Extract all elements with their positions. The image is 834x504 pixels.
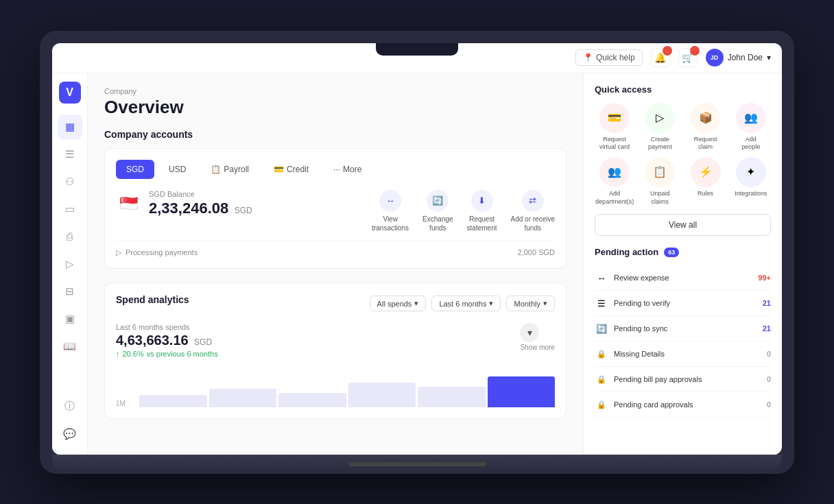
credit-tab-label: Credit [287, 165, 309, 174]
qa-add-people[interactable]: 👥 Addpeople [731, 103, 771, 152]
user-avatar: JD [706, 49, 724, 67]
sidebar-item-video[interactable]: ▣ [58, 307, 82, 331]
sidebar-item-play[interactable]: ▷ [58, 252, 82, 276]
tab-payroll[interactable]: 📋 Payroll [200, 160, 259, 179]
balance-left: 🇸🇬 SGD Balance 2,33,246.08 SGD [116, 190, 252, 217]
chart-bars [139, 366, 555, 407]
add-receive-funds-label: Add or receivefunds [511, 215, 555, 232]
last-6-months-label: Last 6 months [439, 300, 486, 308]
sidebar-item-list[interactable]: ☰ [58, 142, 82, 167]
accounts-card: SGD USD 📋 Payroll 💳 Credit [104, 148, 567, 269]
pending-action-badge: 63 [664, 248, 679, 257]
unpaid-claims-label: Unpaidclaims [650, 190, 670, 206]
bill-pay-left: 🔒 Pending bill pay approvals [595, 372, 702, 386]
add-department-icon: 👥 [599, 157, 630, 187]
bar-2 [209, 389, 277, 407]
exchange-funds-button[interactable]: 🔄 Exchangefunds [422, 190, 453, 232]
sidebar-bottom: ⓘ 💬 [58, 394, 82, 446]
pending-item-card-approvals[interactable]: 🔒 Pending card approvals 0 [595, 392, 771, 418]
more-tab-label: More [343, 165, 361, 174]
processing-amount: 2,000 SGD [518, 248, 555, 256]
notification-badge [663, 46, 672, 56]
qa-add-department[interactable]: 👥 Adddepartment(s) [595, 157, 634, 206]
spend-change: ↑ 20.6% vs previous 6 months [116, 350, 218, 358]
sidebar-item-help[interactable]: ⓘ [58, 394, 82, 419]
pending-item-bill-pay[interactable]: 🔒 Pending bill pay approvals 0 [595, 367, 771, 392]
review-expense-icon: ↔ [595, 271, 608, 285]
alerts-button[interactable]: 🛒 [678, 48, 698, 67]
qa-create-payment[interactable]: ▷ Createpayment [640, 103, 680, 152]
processing-label: Processing payments [126, 248, 198, 256]
review-expense-left: ↔ Review expense [595, 271, 669, 285]
payroll-tab-label: Payroll [224, 165, 249, 174]
request-statement-button[interactable]: ⬇ Requeststatement [467, 190, 497, 232]
qa-request-virtual-card[interactable]: 💳 Requestvirtual card [595, 103, 634, 152]
processing-left: ▷ Processing payments [116, 248, 198, 257]
change-label: vs previous 6 months [147, 350, 218, 358]
all-spends-filter[interactable]: All spends ▾ [370, 296, 427, 311]
arrow-up-icon: ↑ [116, 350, 120, 358]
quick-help-button[interactable]: 📍 Quick help [575, 49, 643, 66]
laptop-base-line [348, 462, 486, 466]
sidebar-item-book[interactable]: ⊟ [58, 279, 82, 304]
sidebar-item-reading[interactable]: 📖 [58, 334, 82, 359]
qa-unpaid-claims[interactable]: 📋 Unpaidclaims [640, 157, 680, 206]
quick-access-title: Quick access [595, 84, 771, 95]
company-label: Company [104, 87, 567, 95]
qa-integrations[interactable]: ✦ Integrations [731, 157, 771, 206]
request-statement-icon: ⬇ [471, 190, 493, 212]
pending-item-verify[interactable]: ☰ Pending to verify 21 [595, 291, 771, 316]
pending-item-missing-details[interactable]: 🔒 Missing Details 0 [595, 341, 771, 367]
usd-tab-label: USD [169, 165, 186, 174]
action-buttons: ↔ Viewtransactions 🔄 Exchangefunds ⬇ Req… [372, 190, 555, 232]
spend-analytics-header: Spend analytics All spends ▾ Last 6 mont… [116, 294, 555, 313]
spend-stats-left: Last 6 months spends 4,63,663.16 SGD ↑ 2… [116, 323, 218, 358]
show-more-container: ▾ Show more [520, 323, 555, 351]
last-6-months-filter[interactable]: Last 6 months ▾ [431, 296, 501, 311]
sidebar-item-chat[interactable]: 💬 [58, 422, 82, 446]
pending-verify-left: ☰ Pending to verify [595, 296, 670, 310]
location-pin-icon: 📍 [583, 53, 593, 62]
sidebar-item-people[interactable]: ⚇ [58, 169, 82, 194]
pending-sync-label: Pending to sync [614, 324, 667, 333]
view-all-button[interactable]: View all [595, 214, 771, 236]
pending-verify-label: Pending to verify [614, 299, 670, 307]
more-icon: ··· [333, 165, 340, 174]
sidebar: V ▦ ☰ ⚇ ▭ ⎙ ▷ ⊟ ▣ 📖 ⓘ 💬 [52, 73, 88, 455]
bill-pay-label: Pending bill pay approvals [614, 375, 702, 383]
qa-rules[interactable]: ⚡ Rules [686, 157, 726, 206]
chevron-down-icon: ▾ [767, 53, 771, 62]
view-transactions-button[interactable]: ↔ Viewtransactions [372, 190, 409, 232]
bill-pay-count: 0 [767, 375, 771, 383]
spend-stats: Last 6 months spends 4,63,663.16 SGD ↑ 2… [116, 323, 555, 358]
tab-more[interactable]: ··· More [323, 160, 372, 179]
qa-request-claim[interactable]: 📦 Requestclaim [686, 103, 726, 152]
exchange-funds-label: Exchangefunds [422, 215, 453, 232]
logo[interactable]: V [59, 82, 81, 104]
pending-item-sync[interactable]: 🔄 Pending to sync 21 [595, 316, 771, 341]
processing-row: ▷ Processing payments 2,000 SGD [116, 241, 555, 257]
all-spends-label: All spends [377, 300, 412, 308]
request-claim-label: Requestclaim [694, 136, 717, 152]
monthly-filter[interactable]: Monthly ▾ [506, 296, 555, 311]
sidebar-item-document[interactable]: ⎙ [58, 224, 82, 249]
pending-action-label: Pending action [595, 247, 658, 257]
review-expense-label: Review expense [614, 274, 669, 282]
tab-sgd[interactable]: SGD [116, 160, 154, 179]
sidebar-item-card[interactable]: ▭ [58, 197, 82, 221]
bar-6 [488, 376, 556, 407]
chart-area: 1M [116, 366, 555, 407]
sidebar-item-dashboard[interactable]: ▦ [58, 115, 82, 139]
notifications-button[interactable]: 🔔 [651, 48, 670, 67]
pending-item-review-expense[interactable]: ↔ Review expense 99+ [595, 265, 771, 291]
pending-sync-icon: 🔄 [595, 322, 608, 335]
spend-amount-row: 4,63,663.16 SGD [116, 333, 218, 348]
add-receive-funds-button[interactable]: ⇄ Add or receivefunds [511, 190, 555, 232]
tab-usd[interactable]: USD [158, 160, 196, 179]
rules-icon: ⚡ [691, 157, 721, 187]
show-more-button[interactable]: ▾ [520, 323, 539, 342]
show-more-label: Show more [520, 344, 555, 351]
user-menu[interactable]: JD John Doe ▾ [706, 49, 771, 67]
balance-currency: SGD [235, 206, 252, 215]
tab-credit[interactable]: 💳 Credit [263, 160, 319, 179]
